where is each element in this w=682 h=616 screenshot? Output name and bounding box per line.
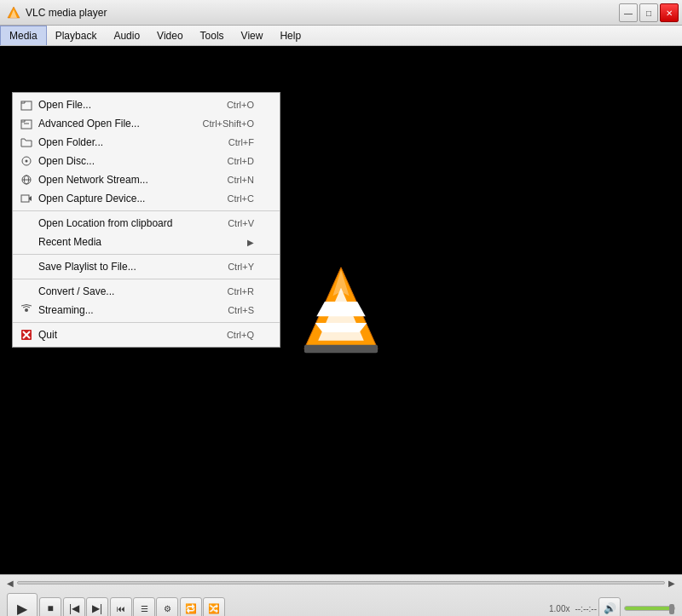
video-area: Open File... Ctrl+O Advanced Open File..… (0, 46, 682, 574)
shuffle-button[interactable]: 🔀 (203, 597, 225, 616)
buttons-row: ▶ ■ |◀ ▶| ⏮ ☰ ⚙ 🔁 🔀 1.00x --:--:-- 🔊 (0, 590, 682, 616)
menu-item-save-playlist[interactable]: Save Playlist to File... Ctrl+Y (13, 257, 280, 276)
title-bar: VLC media player — □ ✕ (0, 0, 682, 26)
separator-4 (13, 322, 280, 323)
controls-bar: ◀ ▶ ▶ ■ |◀ ▶| ⏮ ☰ ⚙ 🔁 🔀 1.00x --:--:-- (0, 574, 682, 616)
open-capture-icon (20, 192, 33, 205)
stop-button[interactable]: ■ (39, 597, 61, 616)
quit-icon (20, 328, 33, 342)
close-button[interactable]: ✕ (660, 3, 679, 22)
menu-tools[interactable]: Tools (192, 26, 233, 45)
menu-item-open-disc[interactable]: Open Disc... Ctrl+D (13, 152, 280, 170)
svg-point-14 (26, 160, 28, 163)
maximize-button[interactable]: □ (639, 3, 658, 22)
prev-next-group: |◀ ▶| (63, 597, 108, 616)
open-disc-icon (20, 154, 33, 168)
playlist-button[interactable]: ☰ (133, 597, 155, 616)
menu-playback[interactable]: Playback (47, 26, 106, 45)
svg-point-20 (25, 308, 28, 312)
separator-2 (13, 254, 280, 255)
save-playlist-icon (20, 260, 33, 273)
menu-video[interactable]: Video (148, 26, 191, 45)
menu-media[interactable]: Media (0, 26, 47, 45)
menu-item-streaming[interactable]: Streaming... Ctrl+S (13, 301, 280, 320)
svg-rect-6 (315, 323, 367, 332)
volume-area: 🔊 (598, 597, 675, 616)
menu-item-recent-media[interactable]: Recent Media ▶ (13, 233, 280, 251)
play-button[interactable]: ▶ (7, 593, 38, 616)
menu-audio[interactable]: Audio (105, 26, 148, 45)
speed-label: 1.00x (549, 604, 569, 613)
svg-marker-7 (316, 302, 365, 316)
minimize-button[interactable]: — (619, 3, 638, 22)
menu-item-advanced-open[interactable]: Advanced Open File... Ctrl+Shift+O (13, 114, 280, 133)
prev-button[interactable]: |◀ (63, 597, 85, 616)
menu-item-open-capture[interactable]: Open Capture Device... Ctrl+C (13, 189, 280, 208)
menu-item-open-file[interactable]: Open File... Ctrl+O (13, 95, 280, 114)
seekbar-right-arrow[interactable]: ▶ (668, 579, 675, 588)
seekbar[interactable] (17, 581, 665, 584)
streaming-icon (20, 303, 33, 317)
seekbar-left-arrow[interactable]: ◀ (7, 579, 14, 588)
menu-item-quit[interactable]: Quit Ctrl+Q (13, 325, 280, 344)
seekbar-row: ◀ ▶ (0, 575, 682, 590)
svg-rect-18 (21, 195, 29, 202)
advanced-open-icon (20, 117, 33, 130)
open-file-icon (20, 98, 33, 112)
next-button[interactable]: ▶| (86, 597, 108, 616)
loop-shuffle-group: 🔁 🔀 (180, 597, 225, 616)
separator-3 (13, 279, 280, 279)
window-controls: — □ ✕ (619, 3, 679, 22)
recent-media-icon (20, 235, 33, 249)
media-dropdown-menu: Open File... Ctrl+O Advanced Open File..… (12, 92, 280, 348)
open-folder-icon (20, 135, 33, 149)
frame-group: ⏮ ☰ ⚙ (110, 597, 178, 616)
svg-rect-8 (304, 345, 378, 354)
menu-view[interactable]: View (233, 26, 272, 45)
window-title: VLC media player (26, 7, 107, 19)
extended-button[interactable]: ⚙ (156, 597, 178, 616)
menu-item-open-folder[interactable]: Open Folder... Ctrl+F (13, 133, 280, 152)
vlc-logo (298, 263, 384, 357)
app-icon (7, 6, 20, 20)
menu-bar: Media Playback Audio Video Tools View He… (0, 26, 682, 46)
frame-prev-button[interactable]: ⏮ (110, 597, 132, 616)
menu-item-open-network[interactable]: Open Network Stream... Ctrl+N (13, 170, 280, 189)
open-network-icon (20, 173, 33, 187)
loop-button[interactable]: 🔁 (180, 597, 202, 616)
open-location-icon (20, 216, 33, 230)
volume-slider[interactable] (624, 606, 675, 611)
menu-item-open-location[interactable]: Open Location from clipboard Ctrl+V (13, 214, 280, 233)
menu-help[interactable]: Help (271, 26, 309, 45)
volume-icon-button[interactable]: 🔊 (598, 597, 621, 616)
separator-1 (13, 210, 280, 211)
time-display: --:--:-- (575, 604, 597, 613)
menu-item-convert-save[interactable]: Convert / Save... Ctrl+R (13, 282, 280, 301)
convert-save-icon (20, 285, 33, 298)
